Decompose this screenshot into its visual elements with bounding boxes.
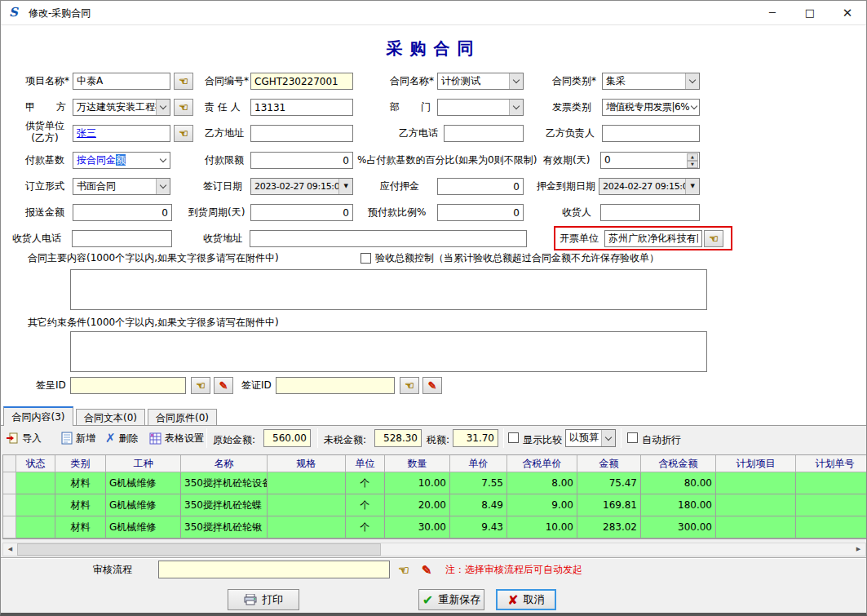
cell[interactable]: 169.81: [577, 494, 641, 516]
table-row[interactable]: 材料G机械维修350搅拌机砼轮设备个10.007.558.0075.4780.0…: [3, 472, 866, 494]
invoice-unit-lookup-button[interactable]: ☜: [704, 230, 723, 247]
prepay-ratio-input[interactable]: [437, 204, 524, 221]
cell[interactable]: [796, 516, 866, 538]
column-header[interactable]: 含税单价: [507, 455, 577, 472]
qiancheng-edit-button[interactable]: ✎: [214, 377, 233, 394]
delivery-cycle-input[interactable]: [250, 204, 353, 221]
party-a-select[interactable]: 万达建筑安装工程有: [73, 99, 170, 116]
tab-contract-content[interactable]: 合同内容(3): [3, 406, 73, 426]
scroll-right-button[interactable]: ▶: [852, 543, 865, 556]
party-b-manager-input[interactable]: [602, 125, 700, 142]
column-header[interactable]: 单价: [450, 455, 507, 472]
column-header[interactable]: 类别: [55, 455, 106, 472]
cell[interactable]: 材料: [55, 472, 106, 494]
workflow-edit-button[interactable]: ✎: [417, 561, 436, 578]
cell[interactable]: G机械维修: [106, 472, 181, 494]
cell[interactable]: 8.00: [507, 472, 577, 494]
supplier-lookup-button[interactable]: ☜: [174, 125, 193, 142]
contract-name-select[interactable]: 计价测试: [437, 73, 524, 90]
supplier-input[interactable]: 张三: [73, 125, 170, 142]
horizontal-scrollbar[interactable]: ◀ ▶: [2, 543, 866, 556]
cell[interactable]: 30.00: [385, 516, 450, 538]
delete-row-button[interactable]: ✗ 删除: [105, 428, 139, 448]
party-b-address-input[interactable]: [250, 125, 353, 142]
compare-mode-select[interactable]: 以预算: [565, 429, 616, 447]
cancel-button[interactable]: ✘ 取消: [496, 589, 556, 610]
cell[interactable]: 材料: [55, 494, 106, 516]
row-selector[interactable]: [3, 472, 16, 494]
project-name-input[interactable]: [73, 73, 170, 90]
column-header[interactable]: 计划项目: [716, 455, 796, 472]
row-selector[interactable]: [3, 516, 16, 538]
spinner[interactable]: ▲▼: [687, 153, 698, 167]
cell[interactable]: [268, 472, 346, 494]
main-content-textarea[interactable]: [70, 269, 707, 310]
receiver-phone-input[interactable]: [72, 230, 172, 247]
cell[interactable]: 350搅拌机砼轮锹: [181, 516, 268, 538]
cell[interactable]: [268, 516, 346, 538]
add-row-button[interactable]: 新增: [61, 428, 95, 448]
resave-button[interactable]: ✔ 重新保存: [418, 589, 484, 610]
cell[interactable]: [268, 494, 346, 516]
table-row[interactable]: 材料G机械维修350搅拌机砼轮锹个30.009.4310.00283.02300…: [3, 516, 866, 538]
cell[interactable]: 20.00: [385, 494, 450, 516]
column-header[interactable]: 含税金额: [641, 455, 716, 472]
cell[interactable]: 350搅拌机砼轮设备: [181, 472, 268, 494]
cell[interactable]: [16, 516, 55, 538]
form-type-select[interactable]: 书面合同: [73, 178, 170, 195]
tab-contract-original[interactable]: 合同原件(0): [148, 409, 217, 425]
report-amount-input[interactable]: [73, 204, 172, 221]
qiancheng-lookup-button[interactable]: ☜: [191, 377, 210, 394]
qianzheng-edit-button[interactable]: ✎: [422, 377, 442, 394]
cell[interactable]: 75.47: [577, 472, 641, 494]
cell[interactable]: [716, 516, 796, 538]
cell[interactable]: 80.00: [641, 472, 716, 494]
cell[interactable]: 7.55: [450, 472, 507, 494]
cell[interactable]: 9.43: [450, 516, 507, 538]
autowrap-checkbox[interactable]: [627, 432, 638, 443]
receive-address-input[interactable]: [250, 230, 527, 247]
qiancheng-id-input[interactable]: [70, 377, 186, 394]
cell[interactable]: 10.00: [385, 472, 450, 494]
cell[interactable]: 个: [346, 516, 385, 538]
responsible-input[interactable]: [250, 99, 353, 116]
party-a-lookup-button[interactable]: ☜: [174, 99, 193, 116]
import-button[interactable]: 导入: [6, 428, 42, 448]
cell[interactable]: 个: [346, 494, 385, 516]
scrollbar-thumb[interactable]: [17, 543, 381, 556]
close-button[interactable]: ✕: [829, 1, 866, 25]
payment-base-select[interactable]: 按合同金额: [73, 152, 170, 169]
cell[interactable]: 8.49: [450, 494, 507, 516]
column-header[interactable]: 数量: [385, 455, 450, 472]
workflow-lookup-button[interactable]: ☜: [394, 561, 414, 578]
scroll-left-button[interactable]: ◀: [3, 543, 17, 556]
cell[interactable]: 180.00: [641, 494, 716, 516]
column-header[interactable]: 金额: [577, 455, 641, 472]
cell[interactable]: [716, 494, 796, 516]
contract-no-input[interactable]: [250, 73, 353, 90]
cell[interactable]: 9.00: [507, 494, 577, 516]
maximize-button[interactable]: □: [791, 1, 829, 25]
cell[interactable]: 10.00: [507, 516, 577, 538]
cell[interactable]: 个: [346, 472, 385, 494]
cell[interactable]: [796, 494, 866, 516]
cell[interactable]: 300.00: [641, 516, 716, 538]
qianzheng-id-input[interactable]: [276, 377, 395, 394]
column-header[interactable]: 计划单号: [796, 455, 866, 472]
show-compare-checkbox[interactable]: [508, 432, 519, 443]
project-lookup-button[interactable]: ☜: [174, 73, 193, 90]
deposit-due-picker[interactable]: 2024-02-27 09:15:0 ▼: [599, 178, 700, 195]
party-b-phone-input[interactable]: [444, 125, 524, 142]
payment-limit-input[interactable]: [250, 152, 353, 169]
column-header[interactable]: 工种: [106, 455, 181, 472]
workflow-input[interactable]: [158, 561, 390, 578]
cell[interactable]: 283.02: [577, 516, 641, 538]
qianzheng-lookup-button[interactable]: ☜: [400, 377, 419, 394]
column-header[interactable]: 规格: [268, 455, 346, 472]
cell[interactable]: [16, 472, 55, 494]
table-settings-button[interactable]: 表格设置: [149, 428, 204, 448]
tab-contract-text[interactable]: 合同文本(0): [76, 409, 145, 425]
row-selector[interactable]: [3, 494, 16, 516]
cell[interactable]: G机械维修: [106, 494, 181, 516]
valid-days-input[interactable]: 0 ▲▼: [600, 152, 700, 169]
